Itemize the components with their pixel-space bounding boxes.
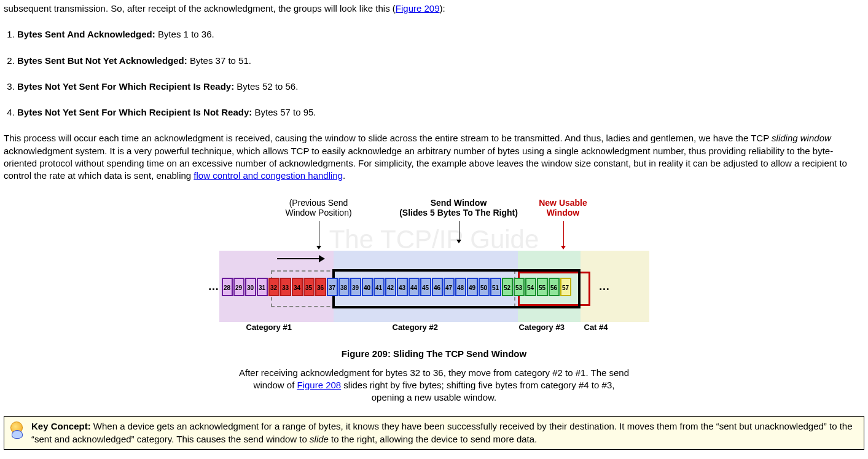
category-2-label: Category #2 [393,322,438,333]
group-label: Bytes Not Yet Sent For Which Recipient I… [17,81,234,92]
annotation-usable-window: New Usable Window [530,198,597,218]
byte-cell: 57 [560,278,571,296]
arrow-head-icon [456,240,461,243]
para-italic: sliding window [772,133,831,143]
ann-text: Window Position) [285,208,351,218]
group-value: Bytes 57 to 95. [252,107,316,117]
byte-cell: 45 [420,278,431,296]
byte-cell: 43 [397,278,408,296]
byte-cell: 47 [444,278,455,296]
byte-cell: 34 [292,278,303,296]
byte-cell: 44 [409,278,420,296]
arrow-head-icon [561,246,566,249]
ann-text: New Usable [539,198,587,208]
byte-cell: 53 [514,278,525,296]
flow-control-link[interactable]: flow control and congestion handling [194,170,343,181]
explanation-paragraph: This process will occur each time an ack… [4,132,864,182]
arrow-down-icon [319,221,319,247]
byte-cell: 52 [502,278,513,296]
byte-cell: 46 [432,278,443,296]
byte-cell: 31 [257,278,268,296]
slide-right-arrow-icon [277,258,324,259]
list-item: Bytes Not Yet Sent For Which Recipient I… [17,106,864,119]
byte-cell: 51 [490,278,501,296]
list-item: Bytes Sent And Acknowledged: Bytes 1 to … [17,28,864,41]
list-item: Bytes Sent But Not Yet Acknowledged: Byt… [17,55,864,67]
lightbulb-icon [8,420,25,437]
byte-cell: 33 [280,278,291,296]
byte-stream-diagram: … … 282930313233343536373839404142434445… [219,251,649,322]
group-value: Bytes 37 to 51. [187,55,251,66]
byte-row: 2829303132333435363738394041424344454647… [222,278,572,296]
group-label: Bytes Sent And Acknowledged: [17,29,155,39]
byte-cell: 37 [327,278,338,296]
ellipsis-right: … [599,279,610,294]
para-a: This process will occur each time an ack… [4,133,772,143]
byte-cell: 48 [455,278,466,296]
arrow-down-icon [563,221,564,247]
figure-annotations: (Previous Send Window Position) Send Win… [219,198,649,251]
byte-cell: 40 [362,278,373,296]
category-4-label: Cat #4 [584,322,608,333]
group-value: Bytes 1 to 36. [155,29,214,39]
byte-cell: 39 [350,278,361,296]
byte-cell: 55 [537,278,548,296]
figure-209: The TCP/IP Guide (Previous Send Window P… [219,198,649,404]
fig-desc-b: slides right by five bytes; shifting fiv… [341,380,614,402]
byte-cell: 38 [338,278,350,296]
byte-cell: 28 [222,278,233,296]
byte-cell: 30 [245,278,256,296]
intro-fragment: subsequent transmission. So, after recei… [4,2,864,15]
byte-cell: 42 [385,278,396,296]
para-b: acknowledgment system. It is a very powe… [4,146,847,181]
byte-cell: 32 [268,278,280,296]
ann-text: (Slides 5 Bytes To The Right) [399,208,518,218]
byte-cell: 35 [303,278,315,296]
figure-description: After receiving acknowledgment for bytes… [238,367,631,404]
byte-cell: 29 [233,278,244,296]
byte-cell: 41 [373,278,385,296]
group-value: Bytes 52 to 56. [234,81,298,92]
category-3-label: Category #3 [519,322,565,333]
group-label: Bytes Not Yet Sent For Which Recipient I… [17,107,252,117]
category-4-bg [581,251,649,322]
key-concept-italic: slide [310,434,329,444]
byte-groups-list: Bytes Sent And Acknowledged: Bytes 1 to … [17,28,864,119]
para-c: . [343,170,345,181]
category-1-label: Category #1 [246,322,292,333]
byte-cell: 56 [549,278,560,296]
category-labels: Category #1 Category #2 Category #3 Cat … [219,322,649,335]
key-concept-label: Key Concept: [31,421,91,431]
arrow-down-icon [459,221,459,241]
ann-text: Window [547,208,580,218]
key-concept-text-b: to the right, allowing the device to sen… [329,434,537,444]
ann-text: (Previous Send [289,198,348,208]
byte-cell: 49 [467,278,478,296]
byte-cell: 36 [315,278,326,296]
list-item: Bytes Not Yet Sent For Which Recipient I… [17,80,864,93]
intro-pre: subsequent transmission. So, after recei… [4,3,396,14]
ann-text: Send Window [431,198,487,208]
byte-cell: 54 [525,278,536,296]
ellipsis-left: … [208,279,219,294]
intro-link[interactable]: Figure 209 [396,3,440,14]
arrow-head-icon [316,246,321,249]
group-label: Bytes Sent But Not Yet Acknowledged: [17,55,187,66]
key-concept-box: Key Concept: When a device gets an ackno… [4,416,864,450]
intro-post: ): [440,3,445,14]
figure-caption: Figure 209: Sliding The TCP Send Window [219,348,649,360]
annotation-send-window: Send Window (Slides 5 Bytes To The Right… [391,198,526,218]
byte-cell: 50 [479,278,490,296]
annotation-previous-window: (Previous Send Window Position) [270,198,368,218]
figure-208-link[interactable]: Figure 208 [297,380,341,390]
